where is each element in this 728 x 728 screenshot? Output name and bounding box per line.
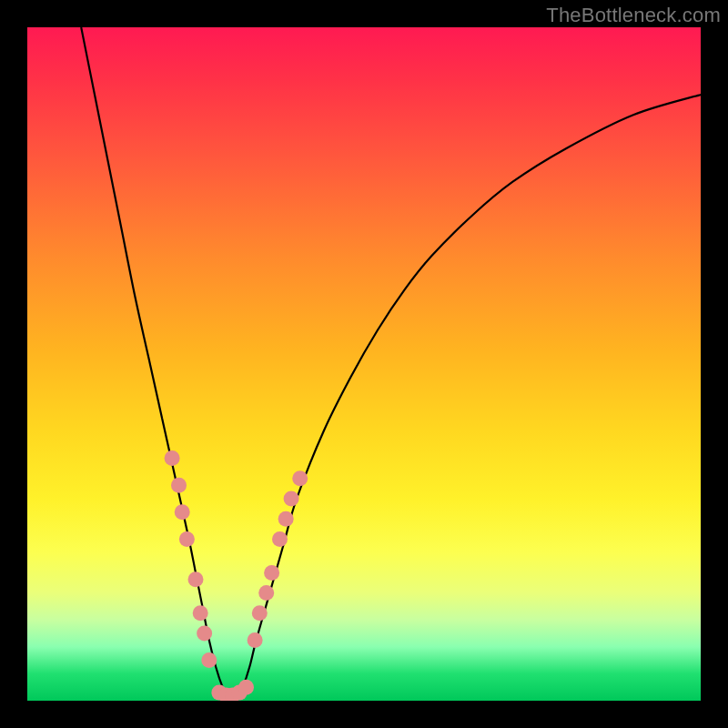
data-marker xyxy=(201,652,217,668)
data-marker xyxy=(252,605,268,621)
data-marker xyxy=(284,491,299,507)
watermark-text: TheBottleneck.com xyxy=(546,4,721,27)
data-marker xyxy=(171,478,187,493)
data-marker xyxy=(193,605,208,621)
data-marker xyxy=(165,450,180,466)
data-marker xyxy=(197,626,212,642)
data-marker xyxy=(188,571,204,587)
data-marker xyxy=(238,680,254,695)
data-marker xyxy=(258,585,274,601)
data-marker xyxy=(278,511,294,527)
data-marker xyxy=(272,531,288,547)
data-marker xyxy=(179,531,195,547)
curve-layer xyxy=(27,27,701,701)
data-marker xyxy=(248,632,263,648)
data-marker xyxy=(264,565,279,581)
bottleneck-curve xyxy=(81,27,701,701)
plot-area xyxy=(27,27,701,701)
chart-frame: TheBottleneck.com xyxy=(0,0,728,728)
data-marker xyxy=(175,504,190,520)
data-marker xyxy=(292,470,308,486)
data-markers xyxy=(165,450,308,701)
